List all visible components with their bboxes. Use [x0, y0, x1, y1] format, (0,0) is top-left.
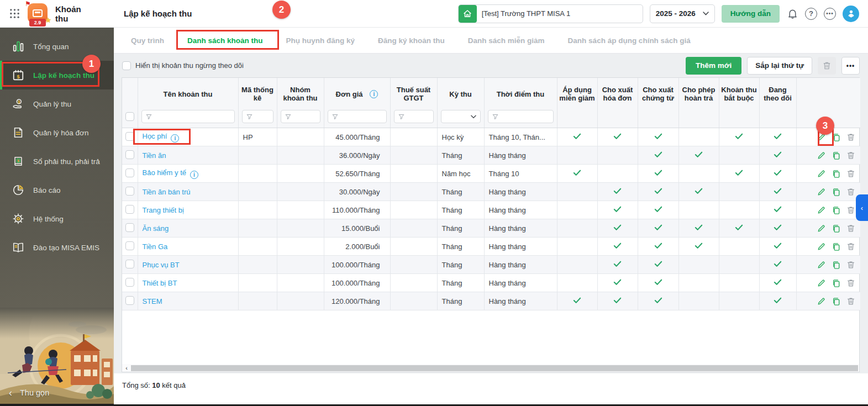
tab-5[interactable]: Danh sách áp dụng chính sách giá	[568, 36, 691, 45]
duplicate-button[interactable]	[831, 151, 841, 160]
app-launcher-grid-icon[interactable]	[8, 7, 21, 20]
edit-button[interactable]	[816, 260, 826, 270]
delete-button[interactable]	[846, 169, 856, 178]
reorder-button[interactable]: Sắp lại thứ tự	[747, 57, 812, 75]
filter-select-period[interactable]	[441, 110, 481, 123]
row-checkbox[interactable]	[125, 223, 134, 232]
scroll-left-arrow-icon[interactable]: ‹	[122, 365, 131, 371]
table-row-6[interactable]: Tiền Ga2.000/BuổiThángHàng tháng	[122, 238, 860, 256]
row-checkbox[interactable]	[125, 241, 134, 250]
tab-2[interactable]: Phụ huynh đăng ký	[286, 36, 355, 45]
table-row-3[interactable]: Tiền ăn bán trú30.000/NgàyThángHàng thán…	[122, 183, 860, 201]
filter-input-group[interactable]	[281, 110, 320, 123]
duplicate-button[interactable]	[831, 297, 841, 306]
fee-name-link[interactable]: Tiền Ga	[143, 242, 168, 251]
notifications-bell-icon[interactable]	[786, 8, 798, 20]
filter-input-code[interactable]	[242, 110, 273, 123]
delete-button[interactable]	[846, 224, 856, 233]
add-new-button[interactable]: Thêm mới	[686, 57, 741, 75]
horizontal-scrollbar[interactable]: ‹	[122, 364, 859, 372]
edit-button[interactable]	[816, 187, 826, 197]
info-icon[interactable]: i	[190, 171, 198, 179]
tab-3[interactable]: Đăng ký khoản thu	[378, 36, 445, 45]
table-row-7[interactable]: Phục vụ BT100.000/ThángThángHàng tháng	[122, 256, 860, 274]
table-row-5[interactable]: Ăn sáng15.000/BuổiThángHàng tháng	[122, 219, 860, 238]
table-row-8[interactable]: Thiết bị BT100.000/ThángThángHàng tháng	[122, 274, 860, 292]
duplicate-button[interactable]	[831, 242, 841, 251]
sidebar-item-2[interactable]: $Quản lý thu	[0, 89, 114, 118]
filter-input-vat[interactable]	[394, 110, 434, 123]
duplicate-button[interactable]	[831, 278, 841, 288]
help-icon[interactable]: ?	[805, 8, 817, 20]
edit-button[interactable]	[816, 297, 826, 306]
delete-selected-button[interactable]	[818, 57, 836, 75]
school-selector[interactable]: [Test] Trường THPT MISA 1	[458, 4, 643, 23]
delete-button[interactable]	[846, 260, 856, 269]
row-checkbox[interactable]	[125, 168, 134, 177]
delete-button[interactable]	[846, 133, 856, 141]
row-checkbox[interactable]	[125, 132, 134, 141]
row-checkbox[interactable]	[125, 205, 134, 214]
row-checkbox[interactable]	[125, 278, 134, 287]
fee-name-link[interactable]: Học phí	[143, 132, 167, 140]
fee-name-link[interactable]: Tiền ăn	[143, 151, 166, 160]
filter-input-time[interactable]	[488, 110, 554, 123]
sidebar-item-6[interactable]: Hệ thống	[0, 204, 114, 233]
fee-name-link[interactable]: Thiết bị BT	[143, 279, 177, 287]
fee-name-link[interactable]: Ăn sáng	[143, 224, 169, 233]
school-year-selector[interactable]: 2025 - 2026	[650, 4, 715, 23]
fee-name-link[interactable]: Phục vụ BT	[143, 261, 180, 269]
edit-button[interactable]	[816, 169, 826, 178]
side-panel-toggle[interactable]: ‹	[856, 194, 868, 221]
table-row-1[interactable]: Tiền ăn36.000/NgàyThángHàng tháng	[122, 146, 860, 165]
sidebar-item-7[interactable]: Đào tạo MISA EMIS	[0, 233, 114, 262]
sidebar-item-5[interactable]: Báo cáo	[0, 176, 114, 204]
edit-button[interactable]	[816, 224, 826, 233]
scrollbar-thumb[interactable]	[131, 365, 858, 371]
tab-4[interactable]: Danh sách miễn giảm	[468, 36, 545, 45]
delete-button[interactable]	[846, 151, 856, 160]
user-avatar[interactable]	[843, 6, 859, 22]
sidebar-item-4[interactable]: $Sổ phải thu, phải trả	[0, 147, 114, 176]
row-checkbox[interactable]	[125, 150, 134, 159]
row-checkbox[interactable]	[125, 296, 134, 305]
filter-input-price[interactable]	[328, 110, 387, 123]
delete-button[interactable]	[846, 205, 856, 214]
info-icon[interactable]: i	[171, 134, 179, 143]
info-icon[interactable]: i	[370, 90, 378, 98]
fee-name-link[interactable]: STEM	[143, 297, 162, 305]
fee-name-link[interactable]: Trang thiết bị	[143, 206, 184, 214]
delete-button[interactable]	[846, 187, 856, 196]
table-row-2[interactable]: Bảo hiểm y tếi52.650/ThángNăm họcTháng 1…	[122, 165, 860, 183]
delete-button[interactable]	[846, 242, 856, 251]
duplicate-button[interactable]	[831, 205, 841, 215]
table-row-4[interactable]: Trang thiết bị110.000/ThángThángHàng thá…	[122, 201, 860, 219]
filter-input-name[interactable]	[141, 110, 235, 123]
more-options-icon[interactable]: •••	[824, 8, 836, 20]
show-inactive-checkbox[interactable]	[122, 61, 131, 70]
collapse-sidebar-button[interactable]: ‹ Thu gọn	[9, 388, 49, 397]
delete-button[interactable]	[846, 297, 856, 305]
delete-button[interactable]	[846, 278, 856, 287]
guide-button[interactable]: Hướng dẫn	[722, 5, 780, 23]
duplicate-button[interactable]	[831, 187, 841, 197]
more-actions-button[interactable]: •••	[841, 57, 860, 75]
table-row-0[interactable]: Học phíiHP45.000/ThángHọc kỳTháng 10, Th…	[122, 128, 860, 146]
edit-button[interactable]	[816, 151, 826, 160]
tab-0[interactable]: Quy trình	[131, 36, 164, 45]
tab-1[interactable]: Danh sách khoản thu	[187, 36, 263, 45]
edit-button[interactable]	[816, 242, 826, 251]
select-all-checkbox[interactable]	[125, 112, 134, 121]
sidebar-item-3[interactable]: Quản lý hóa đơn	[0, 118, 114, 147]
edit-button[interactable]	[816, 205, 826, 215]
fee-name-link[interactable]: Tiền ăn bán trú	[143, 188, 191, 196]
table-row-9[interactable]: STEM120.000/ThángThángHàng tháng	[122, 292, 860, 310]
duplicate-button[interactable]	[831, 133, 841, 142]
duplicate-button[interactable]	[831, 224, 841, 233]
row-checkbox[interactable]	[125, 187, 134, 196]
row-checkbox[interactable]	[125, 260, 134, 268]
fee-name-link[interactable]: Bảo hiểm y tế	[143, 168, 187, 177]
edit-button[interactable]	[816, 278, 826, 288]
duplicate-button[interactable]	[831, 260, 841, 270]
duplicate-button[interactable]	[831, 169, 841, 178]
